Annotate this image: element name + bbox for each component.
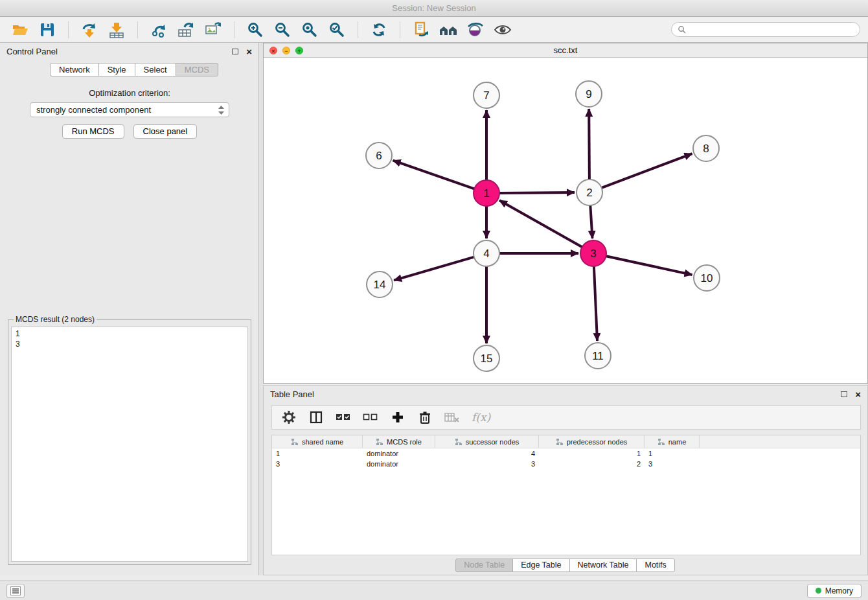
graph-edge-1-6[interactable] [393,161,474,189]
svg-text:15: 15 [481,352,493,365]
minimize-window-icon[interactable]: − [282,47,290,54]
export-table-button[interactable] [174,19,198,41]
svg-text:3: 3 [590,248,596,260]
control-panel-header: Control Panel × [0,43,258,60]
zoom-selected-button[interactable] [325,19,349,41]
zoom-out-button[interactable] [270,19,295,41]
float-panel-icon[interactable] [841,391,847,397]
delete-column-button[interactable] [417,410,433,425]
graph-node-2[interactable]: 2 [577,179,602,205]
import-network-icon [80,21,98,39]
unselect-all-columns-button[interactable] [363,410,378,425]
graph-node-14[interactable]: 14 [367,271,393,297]
control-panel-buttons: Run MCDS Close panel [0,124,259,139]
graph-edge-1-2[interactable] [499,192,575,193]
eye-icon [493,22,512,38]
mcds-result-item[interactable]: 1 [12,329,247,339]
apply-style-button[interactable] [463,19,488,41]
tab-network[interactable]: Network [50,63,99,76]
tab-node-table[interactable]: Node Table [455,559,513,572]
graph-edge-3-1[interactable] [499,200,582,247]
save-disk-icon [39,21,56,38]
maximize-window-icon[interactable]: + [295,47,303,54]
mcds-result-item[interactable]: 3 [12,339,247,349]
save-session-button[interactable] [35,19,60,41]
refresh-view-button[interactable] [367,19,391,41]
column-header-successor-nodes[interactable]: successor nodes [435,435,539,448]
graph-node-15[interactable]: 15 [474,345,499,371]
network-graph[interactable]: 7968124314101511 [264,58,867,383]
export-image-button[interactable] [201,19,225,41]
import-table-button[interactable] [104,19,129,41]
run-mcds-button[interactable]: Run MCDS [62,124,124,139]
show-all-networks-button[interactable] [436,19,461,41]
float-panel-icon[interactable] [232,49,238,54]
graph-node-9[interactable]: 9 [576,81,602,107]
tab-style[interactable]: Style [98,63,135,76]
network-window-titlebar: × − + scc.txt [264,43,867,58]
delete-table-icon [444,411,460,423]
select-all-columns-button[interactable] [336,410,351,425]
task-history-button[interactable] [6,584,25,598]
toggle-visibility-button[interactable] [490,19,515,41]
graph-node-4[interactable]: 4 [474,240,499,266]
graph-node-11[interactable]: 11 [585,343,611,369]
export-network-button[interactable] [146,19,171,41]
table-body: 1dominator4113dominator323 [272,448,860,469]
tab-motifs[interactable]: Motifs [636,559,674,572]
zoom-fit-button[interactable] [297,19,322,41]
add-column-button[interactable] [390,410,405,425]
table-row[interactable]: 1dominator411 [272,448,860,459]
graph-edge-4-14[interactable] [394,257,474,281]
graph-edge-2-9[interactable] [589,109,589,179]
open-file-button[interactable] [8,19,32,41]
column-header-shared-name[interactable]: shared name [272,435,363,448]
graph-edge-3-10[interactable] [606,256,692,275]
graph-edge-2-8[interactable] [602,154,692,188]
show-columns-button[interactable] [308,410,324,425]
graph-node-7[interactable]: 7 [474,82,499,108]
tab-select[interactable]: Select [135,63,176,76]
tab-edge-table[interactable]: Edge Table [512,559,569,572]
toolbar-separator [68,21,69,38]
table-settings-button[interactable] [281,410,297,425]
close-panel-button[interactable]: Close panel [133,124,198,139]
search-box[interactable] [671,22,860,37]
close-panel-icon[interactable]: × [855,389,861,399]
search-input[interactable] [689,25,854,34]
network-view-window: × − + scc.txt 7968124314101511 [263,43,868,384]
network-canvas[interactable]: 7968124314101511 [264,58,867,383]
graph-edge-2-3[interactable] [590,205,592,238]
table-cell: 3 [645,459,700,469]
tab-network-table[interactable]: Network Table [569,559,637,572]
document-share-icon [413,21,429,38]
graph-node-8[interactable]: 8 [693,135,719,161]
graph-node-6[interactable]: 6 [366,143,392,168]
close-window-icon[interactable]: × [269,47,277,54]
column-header-name[interactable]: name [645,435,700,448]
memory-button[interactable]: Memory [807,584,862,598]
mcds-result-title: MCDS result (2 nodes) [14,315,97,324]
main-toolbar [0,17,868,43]
close-panel-icon[interactable]: × [246,47,252,56]
zoom-in-button[interactable] [243,19,268,41]
criterion-dropdown[interactable]: strongly connected component [30,102,229,117]
delete-table-button[interactable] [444,410,460,425]
function-builder-button[interactable]: f(x) [472,411,490,424]
graph-edge-3-11[interactable] [594,266,597,341]
import-network-button[interactable] [77,19,102,41]
paste-document-button[interactable] [409,19,433,41]
graph-node-10[interactable]: 10 [694,265,720,291]
graph-node-3[interactable]: 3 [580,240,606,266]
plus-icon [391,411,404,424]
column-header-predecessor-nodes[interactable]: predecessor nodes [539,435,645,448]
control-panel: Control Panel × NetworkStyleSelectMCDS O… [0,43,259,575]
tab-mcds[interactable]: MCDS [176,63,218,76]
graph-node-1[interactable]: 1 [474,180,499,206]
mcds-result-list[interactable]: 13 [11,327,248,562]
svg-text:6: 6 [376,150,382,162]
toolbar-separator [137,21,138,38]
column-header-MCDS-role[interactable]: MCDS role [363,435,435,448]
table-row[interactable]: 3dominator323 [272,459,860,469]
column-type-icon [455,438,463,446]
